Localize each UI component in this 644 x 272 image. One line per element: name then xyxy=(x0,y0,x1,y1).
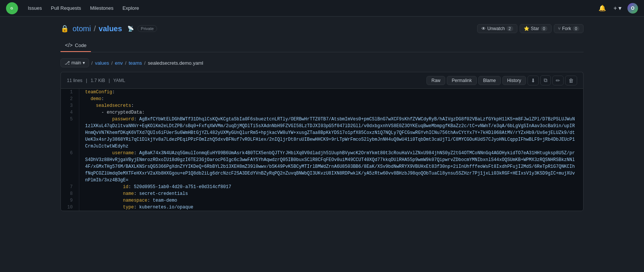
line-content: teamConfig: xyxy=(79,89,583,96)
blame-button[interactable]: Blame xyxy=(478,76,501,85)
line-content: username: AgBaK74x3N4UAzq5GmulIonmqEuHY0… xyxy=(79,150,583,184)
eye-icon: 👁 xyxy=(481,26,486,31)
notifications-button[interactable]: 🔔 xyxy=(597,3,608,13)
line-number: 9 xyxy=(61,197,79,204)
line-number: 3 xyxy=(61,102,79,109)
breadcrumb-values[interactable]: values xyxy=(95,60,109,66)
branch-selector[interactable]: ⎇ main ▾ xyxy=(60,58,89,67)
file-format: YAML xyxy=(113,78,125,83)
table-row: 5 password: AgBxfCYbWtELDGhBWTf31DhqlCsK… xyxy=(61,116,583,150)
line-number: 8 xyxy=(61,190,79,197)
line-content: type: kubernetes.io/opaque xyxy=(79,204,583,211)
file-actions: Raw Permalink Blame History ⬇ ⧉ ✏ 🗑 xyxy=(426,75,577,85)
breadcrumb: ⎇ main ▾ / values / env / teams / sealed… xyxy=(60,58,584,67)
table-row: 2 demo: xyxy=(61,96,583,102)
star-button[interactable]: ⭐ Star 0 xyxy=(520,24,552,33)
fork-icon: ⑂ xyxy=(558,26,561,31)
file-info-bar: 11 lines | 1.7 KiB | YAML Raw Permalink … xyxy=(60,72,584,88)
permalink-button[interactable]: Permalink xyxy=(447,76,476,85)
delete-button[interactable]: 🗑 xyxy=(565,76,577,85)
table-row: 8 name: secret-credentials xyxy=(61,190,583,197)
topnav-links: Issues Pull Requests Milestones Explore xyxy=(24,3,597,13)
repo-title-text: otomi / values xyxy=(73,24,122,33)
lock-icon: 🔒 xyxy=(60,24,69,33)
edit-button[interactable]: ✏ xyxy=(552,76,564,85)
unwatch-button[interactable]: 👁 Unwatch 2 xyxy=(477,24,517,33)
line-content: demo: xyxy=(79,96,583,102)
file-meta: 11 lines | 1.7 KiB | YAML xyxy=(67,78,127,83)
line-number: 4 xyxy=(61,109,79,116)
table-row: 6 username: AgBaK74x3N4UAzq5GmulIonmqEuH… xyxy=(61,150,583,184)
tab-code[interactable]: </> Code xyxy=(60,39,91,52)
code-icon: </> xyxy=(65,42,73,48)
table-row: 9 namespace: team-demo xyxy=(61,197,583,204)
topnav-right: 🔔 + ▾ O xyxy=(597,3,638,14)
fork-count: 0 xyxy=(573,26,579,31)
star-count: 0 xyxy=(541,26,547,31)
line-number: 1 xyxy=(61,89,79,96)
line-content: namespace: team-demo xyxy=(79,197,583,204)
repo-actions: 👁 Unwatch 2 ⭐ Star 0 ⑂ Fork 0 xyxy=(477,24,584,33)
nav-issues[interactable]: Issues xyxy=(24,3,46,13)
private-badge: Private xyxy=(138,25,157,32)
fork-button[interactable]: ⑂ Fork 0 xyxy=(554,24,584,33)
user-avatar[interactable]: O xyxy=(627,3,638,14)
topnav: G Issues Pull Requests Milestones Explor… xyxy=(0,0,644,17)
nav-milestones[interactable]: Milestones xyxy=(86,3,117,13)
unwatch-count: 2 xyxy=(506,26,513,31)
repo-tabs: </> Code xyxy=(60,39,584,52)
breadcrumb-teams[interactable]: teams xyxy=(128,60,142,66)
nav-explore[interactable]: Explore xyxy=(119,3,143,13)
svg-text:G: G xyxy=(11,6,13,10)
breadcrumb-file: sealedsecrets.demo.yaml xyxy=(148,60,203,66)
line-content: id: 520d0955-1ab0-4d20-a751-e0d314cf8017 xyxy=(79,184,583,190)
code-table: 1teamConfig:2 demo:3 sealedsecrets:4 - e… xyxy=(61,89,583,211)
chevron-down-icon: ▾ xyxy=(83,60,85,65)
site-logo[interactable]: G xyxy=(6,2,18,14)
table-row: 7 id: 520d0955-1ab0-4d20-a751-e0d314cf80… xyxy=(61,184,583,190)
table-row: 1teamConfig: xyxy=(61,89,583,96)
download-button[interactable]: ⬇ xyxy=(528,76,539,85)
history-button[interactable]: History xyxy=(502,76,526,85)
file-viewer: 11 lines | 1.7 KiB | YAML Raw Permalink … xyxy=(60,72,584,211)
table-row: 3 sealedsecrets: xyxy=(61,102,583,109)
branch-icon: ⎇ xyxy=(65,60,70,65)
repo-header: 🔒 otomi / values 📡 Private 👁 Unwatch 2 ⭐… xyxy=(60,24,584,33)
repo-owner-link[interactable]: otomi xyxy=(73,24,91,33)
file-size: 1.7 KiB xyxy=(91,78,105,83)
feed-icon[interactable]: 📡 xyxy=(127,26,134,32)
line-number: 10 xyxy=(61,204,79,211)
create-button[interactable]: + ▾ xyxy=(612,3,623,13)
table-row: 4 - encryptedData: xyxy=(61,109,583,116)
repo-name-link[interactable]: values xyxy=(99,24,122,33)
code-view: 1teamConfig:2 demo:3 sealedsecrets:4 - e… xyxy=(60,88,584,211)
repo-title: 🔒 otomi / values 📡 Private xyxy=(60,24,157,33)
line-count: 11 lines xyxy=(67,78,82,83)
star-icon: ⭐ xyxy=(524,26,529,31)
line-number: 2 xyxy=(61,96,79,102)
line-content: - encryptedData: xyxy=(79,109,583,116)
table-row: 10 type: kubernetes.io/opaque xyxy=(61,204,583,211)
line-number: 7 xyxy=(61,184,79,190)
nav-pull-requests[interactable]: Pull Requests xyxy=(47,3,85,13)
line-number: 6 xyxy=(61,150,79,184)
raw-button[interactable]: Raw xyxy=(426,76,445,85)
line-content: password: AgBxfCYbWtELDGhBWTf31DhqlCsKQv… xyxy=(79,116,583,150)
line-number: 5 xyxy=(61,116,79,150)
copy-button[interactable]: ⧉ xyxy=(540,75,551,85)
breadcrumb-env[interactable]: env xyxy=(115,60,123,66)
line-content: sealedsecrets: xyxy=(79,102,583,109)
line-content: name: secret-credentials xyxy=(79,190,583,197)
main-content: 🔒 otomi / values 📡 Private 👁 Unwatch 2 ⭐… xyxy=(51,17,593,219)
